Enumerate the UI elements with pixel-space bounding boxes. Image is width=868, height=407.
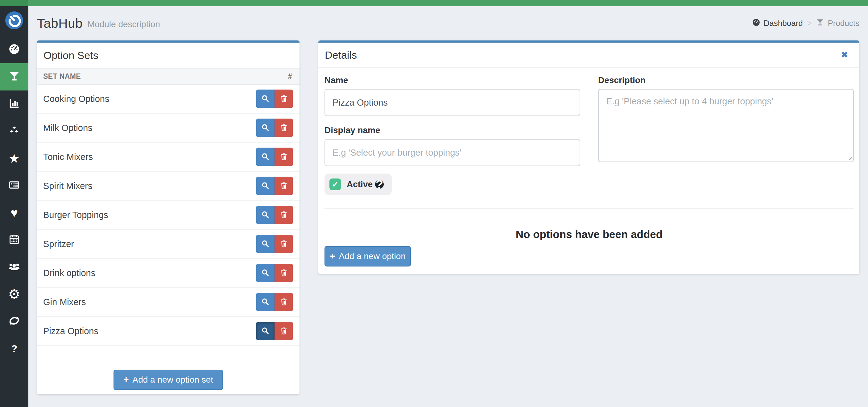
delete-option-set-button[interactable] <box>275 322 293 340</box>
view-option-set-button[interactable] <box>256 235 275 253</box>
page-title: TabHub <box>37 16 83 31</box>
gauge-icon <box>752 18 761 29</box>
view-option-set-button[interactable] <box>256 148 275 166</box>
view-option-set-button[interactable] <box>256 206 275 224</box>
column-header-count: # <box>288 72 292 81</box>
trash-icon <box>279 239 288 249</box>
trash-icon <box>279 123 288 133</box>
top-accent-bar-corner <box>0 0 28 6</box>
view-option-set-button[interactable] <box>256 177 275 195</box>
loop-icon <box>8 315 20 328</box>
top-accent-bar <box>0 0 868 6</box>
delete-option-set-button[interactable] <box>275 119 293 137</box>
option-set-row: Tonic Mixers <box>37 143 300 172</box>
view-option-set-button[interactable] <box>256 90 275 108</box>
search-icon <box>261 297 270 307</box>
breadcrumb-label: Dashboard <box>764 19 803 28</box>
view-option-set-button[interactable] <box>256 322 275 340</box>
option-set-row: Spritzer <box>37 230 300 259</box>
delete-option-set-button[interactable] <box>275 264 293 282</box>
option-set-row: Pizza Options <box>37 317 300 346</box>
sidebar-item-star[interactable]: ★ <box>0 145 28 172</box>
display-name-input[interactable] <box>324 139 580 166</box>
breadcrumb-item-products[interactable]: Products <box>816 18 859 29</box>
option-set-name: Gin Mixers <box>43 297 86 307</box>
delete-option-set-button[interactable] <box>275 235 293 253</box>
option-set-name: Cooking Options <box>43 94 109 104</box>
trash-icon <box>279 268 288 278</box>
breadcrumb-label: Products <box>828 19 859 28</box>
add-option-button[interactable]: + Add a new option <box>324 246 411 266</box>
sidebar-item-gear[interactable]: ⚙ <box>0 281 28 308</box>
star-icon: ★ <box>9 152 20 165</box>
trash-icon <box>279 94 288 104</box>
sidebar-item-users[interactable] <box>0 254 28 281</box>
search-icon <box>261 210 270 220</box>
view-option-set-button[interactable] <box>256 293 275 311</box>
active-label: Active <box>347 179 373 189</box>
close-icon[interactable]: ✖ <box>841 51 848 59</box>
name-label: Name <box>324 76 580 85</box>
option-sets-title: Option Sets <box>43 50 98 61</box>
search-icon <box>261 239 270 249</box>
sidebar-item-calendar[interactable] <box>0 226 28 254</box>
option-set-name: Spritzer <box>43 239 74 249</box>
sidebar-item-martini[interactable] <box>0 63 28 90</box>
sidebar: ★♥⚙? <box>0 6 28 407</box>
row-actions <box>256 90 293 108</box>
details-body: Name Display name ✓ Active ? <box>318 68 859 274</box>
delete-option-set-button[interactable] <box>275 177 293 195</box>
search-icon <box>261 181 270 191</box>
bar-chart-icon <box>8 97 20 111</box>
sidebar-item-loop[interactable] <box>0 308 28 335</box>
column-header-set-name: SET NAME <box>43 72 81 81</box>
sidebar-item-cubes[interactable] <box>0 118 28 145</box>
app-header: TabHub Module description Dashboard>Prod… <box>28 6 868 40</box>
till-icon <box>8 179 20 192</box>
description-textarea[interactable] <box>598 89 854 162</box>
delete-option-set-button[interactable] <box>275 90 293 108</box>
active-checkbox[interactable]: ✓ <box>330 178 341 190</box>
sidebar-item-gauge[interactable] <box>0 36 28 63</box>
check-icon: ✓ <box>332 180 339 189</box>
option-set-name: Spirit Mixers <box>43 181 93 191</box>
sidebar-item-till[interactable] <box>0 172 28 199</box>
row-actions <box>256 293 293 311</box>
details-panel: Details ✖ Name Display name ✓ <box>318 40 859 274</box>
name-input[interactable] <box>324 89 580 116</box>
add-option-label: Add a new option <box>339 251 406 261</box>
breadcrumb-item-dashboard[interactable]: Dashboard <box>752 18 803 29</box>
sidebar-item-question[interactable]: ? <box>0 335 28 362</box>
help-icon[interactable]: ? <box>375 180 384 189</box>
option-set-name: Burger Toppings <box>43 210 108 220</box>
cubes-icon <box>8 125 20 138</box>
trash-icon <box>279 210 288 220</box>
add-option-set-label: Add a new option set <box>133 375 213 385</box>
description-label: Description <box>598 76 854 85</box>
trash-icon <box>279 152 288 162</box>
row-actions <box>256 177 293 195</box>
delete-option-set-button[interactable] <box>275 206 293 224</box>
view-option-set-button[interactable] <box>256 119 275 137</box>
calendar-icon <box>8 233 20 246</box>
martini-icon <box>816 18 824 29</box>
search-icon <box>261 326 270 336</box>
empty-options-message: No options have been added <box>324 228 854 240</box>
row-actions <box>256 264 293 282</box>
power-icon <box>5 11 23 31</box>
name-field-group: Name <box>324 76 580 116</box>
heart-icon: ♥ <box>10 207 18 219</box>
details-title: Details <box>325 49 357 61</box>
sidebar-item-heart[interactable]: ♥ <box>0 199 28 226</box>
option-sets-panel: Option Sets SET NAME # Cooking OptionsMi… <box>37 40 300 394</box>
app-logo[interactable] <box>5 12 23 30</box>
delete-option-set-button[interactable] <box>275 293 293 311</box>
trash-icon <box>279 326 288 336</box>
view-option-set-button[interactable] <box>256 264 275 282</box>
sidebar-item-bar-chart[interactable] <box>0 90 28 118</box>
trash-icon <box>279 297 288 307</box>
details-header: Details ✖ <box>318 42 859 68</box>
breadcrumb: Dashboard>Products <box>752 18 859 29</box>
add-option-set-button[interactable]: + Add a new option set <box>114 370 223 390</box>
delete-option-set-button[interactable] <box>275 148 293 166</box>
